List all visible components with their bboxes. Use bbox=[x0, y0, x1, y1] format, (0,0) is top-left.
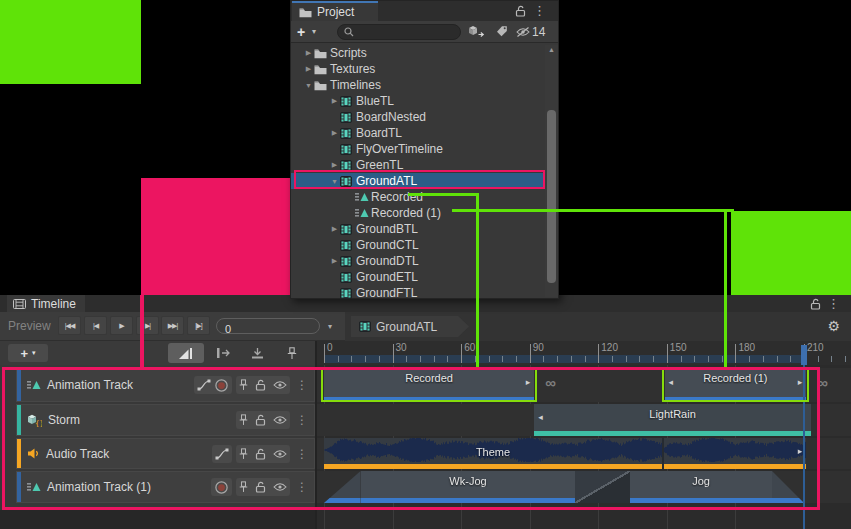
chevron-down-icon: ▾ bbox=[32, 349, 36, 357]
mix-mode-button[interactable] bbox=[168, 343, 204, 363]
kebab-menu-icon[interactable]: ⋮ bbox=[827, 296, 840, 311]
lock-icon[interactable] bbox=[515, 5, 526, 17]
previous-frame-button[interactable]: |◀ bbox=[84, 316, 107, 335]
ruler-minor-tick bbox=[434, 356, 435, 362]
ruler-minor-tick bbox=[708, 356, 709, 362]
ruler-major-tick bbox=[324, 344, 325, 363]
project-scrollbar[interactable]: ▲ bbox=[545, 45, 558, 297]
timeline-icon bbox=[340, 144, 355, 155]
foldout-collapsed-icon[interactable]: ▶ bbox=[329, 129, 340, 137]
ruler-minor-tick bbox=[681, 356, 682, 362]
tree-item-groundftl[interactable]: GroundFTL bbox=[291, 285, 544, 301]
scrollbar-thumb[interactable] bbox=[547, 110, 556, 283]
ruler-minor-tick bbox=[777, 356, 778, 362]
breadcrumb-groundatl[interactable]: GroundATL bbox=[351, 316, 469, 337]
gear-icon[interactable]: ⚙ bbox=[827, 318, 840, 334]
ruler-tick-label: 0 bbox=[327, 342, 333, 353]
foldout-expanded-icon[interactable]: ▼ bbox=[303, 82, 314, 89]
current-frame-field[interactable] bbox=[216, 318, 320, 334]
timeline-icon bbox=[340, 288, 355, 299]
tree-item-flyovertimeline[interactable]: FlyOverTimeline bbox=[291, 141, 544, 157]
go-to-start-button[interactable]: |◀◀ bbox=[58, 316, 81, 335]
timeline-icon bbox=[340, 272, 355, 283]
foldout-collapsed-icon[interactable]: ▶ bbox=[329, 257, 340, 265]
foldout-collapsed-icon[interactable]: ▶ bbox=[329, 161, 340, 169]
tree-item-label: BoardNested bbox=[355, 110, 426, 124]
filter-by-label-icon[interactable] bbox=[495, 25, 508, 38]
ruler-tick-label: 120 bbox=[601, 342, 618, 353]
lock-icon[interactable] bbox=[810, 298, 821, 310]
ruler-minor-tick bbox=[639, 356, 640, 362]
scroll-up-icon[interactable]: ▲ bbox=[545, 46, 558, 53]
tree-item-recorded-1[interactable]: Recorded (1) bbox=[291, 205, 544, 221]
tree-item-recorded[interactable]: Recorded bbox=[291, 189, 544, 205]
tab-timeline[interactable]: Timeline bbox=[7, 295, 85, 312]
tree-item-grounddtl[interactable]: ▶GroundDTL bbox=[291, 253, 544, 269]
tree-item-label: Recorded (1) bbox=[370, 206, 441, 220]
tree-item-boardnested[interactable]: BoardNested bbox=[291, 109, 544, 125]
foldout-collapsed-icon[interactable]: ▶ bbox=[303, 49, 314, 57]
ripple-mode-button[interactable] bbox=[210, 343, 238, 363]
tree-item-scripts[interactable]: ▶Scripts bbox=[291, 45, 544, 61]
markers-toggle-pin-icon[interactable] bbox=[281, 343, 303, 363]
search-input[interactable] bbox=[357, 26, 452, 38]
timeline-icon bbox=[340, 256, 355, 267]
kebab-menu-icon[interactable]: ⋮ bbox=[533, 3, 546, 18]
ruler-major-tick bbox=[461, 344, 462, 363]
tree-item-groundctl[interactable]: GroundCTL bbox=[291, 237, 544, 253]
callout-box-groundatl bbox=[294, 170, 545, 189]
tab-project[interactable]: Project bbox=[292, 1, 378, 21]
breadcrumb-label: GroundATL bbox=[376, 320, 437, 334]
search-box[interactable] bbox=[337, 24, 461, 40]
play-button[interactable]: ▶ bbox=[110, 316, 133, 335]
tree-item-groundbtl[interactable]: ▶GroundBTL bbox=[291, 221, 544, 237]
time-ruler[interactable]: 0306090120150180210 bbox=[317, 341, 851, 365]
frame-field-caret-icon[interactable]: ▾ bbox=[328, 322, 332, 331]
project-tab-title: Project bbox=[317, 5, 354, 19]
anim-clip-icon bbox=[355, 208, 370, 218]
playhead-marker[interactable] bbox=[801, 345, 807, 365]
filter-by-type-icon[interactable] bbox=[468, 25, 485, 38]
ruler-minor-tick bbox=[749, 356, 750, 362]
ruler-tick-label: 60 bbox=[464, 342, 475, 353]
hidden-items-eye-slash-icon[interactable] bbox=[515, 26, 531, 38]
create-asset-caret-icon[interactable]: ▾ bbox=[312, 27, 316, 36]
ruler-minor-tick bbox=[845, 356, 846, 362]
tree-item-bluetl[interactable]: ▶BlueTL bbox=[291, 93, 544, 109]
replace-mode-button[interactable] bbox=[243, 343, 271, 363]
play-range-button[interactable]: [▶] bbox=[187, 316, 210, 335]
ruler-minor-tick bbox=[585, 356, 586, 362]
tree-item-label: Scripts bbox=[329, 46, 367, 60]
foldout-collapsed-icon[interactable]: ▶ bbox=[329, 225, 340, 233]
add-track-button[interactable]: + ▾ bbox=[8, 344, 48, 362]
folder-icon bbox=[314, 48, 329, 59]
plus-icon: + bbox=[20, 346, 28, 361]
ruler-minor-tick bbox=[543, 356, 544, 362]
foldout-collapsed-icon[interactable]: ▶ bbox=[329, 97, 340, 105]
ruler-minor-tick bbox=[489, 356, 490, 362]
tree-item-textures[interactable]: ▶Textures bbox=[291, 61, 544, 77]
go-to-end-button[interactable]: ▶▶| bbox=[161, 316, 184, 335]
ruler-major-tick bbox=[667, 344, 668, 363]
ruler-major-tick bbox=[393, 344, 394, 363]
folder-icon bbox=[299, 7, 312, 18]
tree-item-label: GroundDTL bbox=[355, 254, 419, 268]
timeline-edit-row: + ▾ bbox=[0, 341, 317, 365]
folder-icon bbox=[314, 80, 329, 91]
foldout-collapsed-icon[interactable]: ▶ bbox=[303, 65, 314, 73]
breadcrumb-strip: GroundATL ⚙ bbox=[345, 312, 851, 341]
ruler-minor-tick bbox=[831, 356, 832, 362]
create-asset-button[interactable]: + bbox=[297, 24, 305, 40]
ruler-minor-tick bbox=[612, 356, 613, 362]
tree-item-boardtl[interactable]: ▶BoardTL bbox=[291, 125, 544, 141]
timeline-icon bbox=[340, 240, 355, 251]
callout-line-recorded-v bbox=[476, 193, 479, 370]
film-icon bbox=[13, 299, 26, 309]
project-window: Project ⋮ + ▾ 14 ▶Scripts▶Textures▼Timel… bbox=[290, 0, 559, 299]
preview-toggle[interactable]: Preview bbox=[8, 319, 51, 333]
tree-item-groundetl[interactable]: GroundETL bbox=[291, 269, 544, 285]
ruler-minor-tick bbox=[502, 356, 503, 362]
timeline-asset-icon bbox=[359, 321, 371, 332]
tree-item-timelines[interactable]: ▼Timelines bbox=[291, 77, 544, 93]
current-frame-input[interactable] bbox=[225, 323, 315, 335]
